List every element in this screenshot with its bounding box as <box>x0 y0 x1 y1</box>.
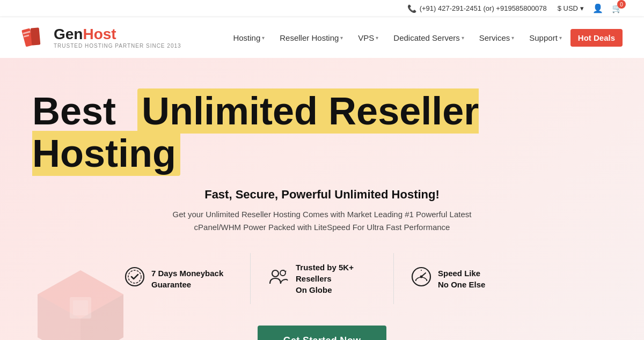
hero-description: Get your Unlimited Reseller Hosting Come… <box>172 208 472 234</box>
svg-point-11 <box>128 270 141 283</box>
cart-button[interactable]: 🛒 0 <box>612 3 623 13</box>
chevron-down-icon: ▾ <box>511 35 514 41</box>
svg-point-13 <box>280 270 286 276</box>
nav-item-hosting[interactable]: Hosting ▾ <box>226 29 271 47</box>
nav-label-services: Services <box>479 33 510 42</box>
feature-moneyback: 7 Days Moneyback Guarantee <box>107 253 251 304</box>
chevron-down-icon: ▾ <box>580 4 584 12</box>
hero-title: Best Unlimited Reseller Hosting <box>32 90 612 175</box>
svg-line-15 <box>286 271 286 272</box>
chevron-down-icon: ▾ <box>462 35 464 41</box>
nav-label-vps: VPS <box>358 33 374 42</box>
feature-line2: On Globe <box>296 284 376 295</box>
nav-item-support[interactable]: Support ▾ <box>523 29 568 47</box>
nav-label-dedicated-servers: Dedicated Servers <box>393 33 459 42</box>
navbar: GenHost TRUSTED HOSTING PARTNER SINCE 20… <box>0 17 644 58</box>
svg-point-12 <box>272 270 279 277</box>
logo-name: GenHost <box>54 27 181 42</box>
chevron-down-icon: ▾ <box>340 35 343 41</box>
feature-speed: Speed Like No One Else <box>394 253 537 304</box>
feature-line1: Trusted by 5K+ Resellers <box>296 262 376 284</box>
topbar-right: $ USD ▾ 👤 🛒 0 <box>558 3 623 13</box>
hero-section: Best Unlimited Reseller Hosting Fast, Se… <box>0 58 644 340</box>
nav-label-hot-deals: Hot Deals <box>578 33 615 42</box>
nav-item-hot-deals[interactable]: Hot Deals <box>570 29 623 47</box>
nav-label-support: Support <box>529 33 558 42</box>
svg-point-18 <box>420 275 423 278</box>
feature-speed-text: Speed Like No One Else <box>438 268 485 290</box>
hero-decoration <box>32 260 129 340</box>
features-row: 7 Days Moneyback Guarantee Trusted by 5K… <box>107 253 537 304</box>
get-started-button[interactable]: Get Started Now <box>258 326 387 340</box>
logo[interactable]: GenHost TRUSTED HOSTING PARTNER SINCE 20… <box>21 24 181 51</box>
nav-item-dedicated-servers[interactable]: Dedicated Servers ▾ <box>387 29 470 47</box>
feature-trusted-text: Trusted by 5K+ Resellers On Globe <box>296 262 376 295</box>
nav-item-services[interactable]: Services ▾ <box>473 29 521 47</box>
user-icon[interactable]: 👤 <box>592 3 603 13</box>
topbar: 📞 (+91) 427-291-2451 (or) +919585800078 … <box>0 0 644 17</box>
phone-number: (+91) 427-291-2451 (or) +919585800078 <box>420 4 547 12</box>
nav-label-reseller-hosting: Reseller Hosting <box>280 33 339 42</box>
svg-rect-9 <box>73 300 88 315</box>
feature-line1: Speed Like <box>438 268 485 279</box>
logo-gen: Gen <box>54 26 83 42</box>
nav-item-reseller-hosting[interactable]: Reseller Hosting ▾ <box>273 29 349 47</box>
chevron-down-icon: ▾ <box>376 35 378 41</box>
feature-line2: No One Else <box>438 279 485 290</box>
logo-text: GenHost TRUSTED HOSTING PARTNER SINCE 20… <box>54 27 181 49</box>
nav-menu: Hosting ▾ Reseller Hosting ▾ VPS ▾ Dedic… <box>226 29 623 47</box>
currency-selector[interactable]: $ USD ▾ <box>558 4 584 12</box>
users-icon <box>268 267 289 291</box>
currency-label: $ USD <box>558 4 578 12</box>
chevron-down-icon: ▾ <box>262 35 265 41</box>
cart-count-badge: 0 <box>617 0 626 9</box>
feature-line1: 7 Days Moneyback <box>151 268 223 279</box>
hero-subtitle: Fast, Secure, Powerful Unlimited Hosting… <box>32 188 612 202</box>
phone-info: 📞 (+91) 427-291-2451 (or) +919585800078 <box>407 4 547 13</box>
nav-label-hosting: Hosting <box>233 33 260 42</box>
logo-host: Host <box>83 26 116 42</box>
hero-title-plain: Best <box>32 90 116 132</box>
phone-icon: 📞 <box>407 4 416 13</box>
logo-icon <box>21 24 49 51</box>
feature-line2: Guarantee <box>151 279 223 290</box>
feature-trusted: Trusted by 5K+ Resellers On Globe <box>251 253 394 304</box>
chevron-down-icon: ▾ <box>559 35 562 41</box>
logo-tagline: TRUSTED HOSTING PARTNER SINCE 2013 <box>54 43 181 49</box>
speedometer-icon <box>411 267 431 291</box>
feature-moneyback-text: 7 Days Moneyback Guarantee <box>151 268 223 290</box>
svg-rect-1 <box>31 27 41 45</box>
nav-item-vps[interactable]: VPS ▾ <box>352 29 385 47</box>
